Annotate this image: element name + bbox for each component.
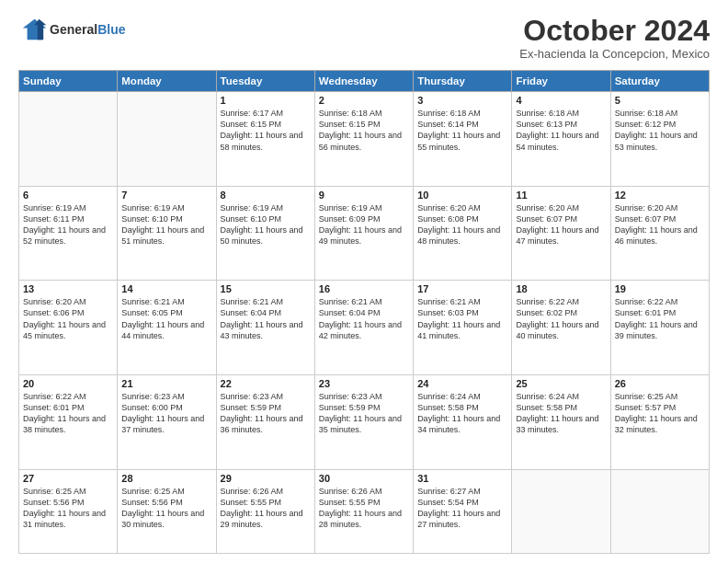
month-title: October 2024 bbox=[519, 15, 710, 47]
calendar-cell: 31Sunrise: 6:27 AM Sunset: 5:54 PM Dayli… bbox=[414, 469, 512, 554]
day-number: 19 bbox=[615, 283, 705, 294]
weekday-header-sunday: Sunday bbox=[19, 71, 118, 92]
calendar-cell bbox=[512, 469, 610, 554]
day-number: 1 bbox=[221, 95, 311, 106]
logo: GeneralBlue bbox=[18, 15, 125, 44]
calendar-cell: 23Sunrise: 6:23 AM Sunset: 5:59 PM Dayli… bbox=[314, 374, 413, 469]
calendar: SundayMondayTuesdayWednesdayThursdayFrid… bbox=[18, 70, 710, 554]
cell-info: Sunrise: 6:19 AM Sunset: 6:10 PM Dayligh… bbox=[121, 202, 211, 247]
cell-info: Sunrise: 6:23 AM Sunset: 6:00 PM Dayligh… bbox=[121, 391, 211, 436]
calendar-cell: 9Sunrise: 6:19 AM Sunset: 6:09 PM Daylig… bbox=[314, 186, 413, 281]
cell-info: Sunrise: 6:18 AM Sunset: 6:15 PM Dayligh… bbox=[319, 108, 409, 153]
cell-info: Sunrise: 6:19 AM Sunset: 6:10 PM Dayligh… bbox=[221, 202, 311, 247]
day-number: 26 bbox=[615, 378, 705, 389]
day-number: 9 bbox=[319, 190, 409, 201]
cell-info: Sunrise: 6:17 AM Sunset: 6:15 PM Dayligh… bbox=[221, 108, 311, 153]
calendar-cell: 24Sunrise: 6:24 AM Sunset: 5:58 PM Dayli… bbox=[414, 374, 512, 469]
cell-info: Sunrise: 6:26 AM Sunset: 5:55 PM Dayligh… bbox=[319, 486, 409, 531]
calendar-cell: 6Sunrise: 6:19 AM Sunset: 6:11 PM Daylig… bbox=[19, 186, 118, 281]
day-number: 23 bbox=[319, 378, 409, 389]
cell-info: Sunrise: 6:24 AM Sunset: 5:58 PM Dayligh… bbox=[516, 391, 606, 436]
calendar-cell: 29Sunrise: 6:26 AM Sunset: 5:55 PM Dayli… bbox=[216, 469, 314, 554]
cell-info: Sunrise: 6:20 AM Sunset: 6:07 PM Dayligh… bbox=[516, 202, 606, 247]
calendar-cell: 27Sunrise: 6:25 AM Sunset: 5:56 PM Dayli… bbox=[19, 469, 118, 554]
day-number: 28 bbox=[121, 473, 211, 484]
cell-info: Sunrise: 6:21 AM Sunset: 6:04 PM Dayligh… bbox=[221, 296, 311, 341]
day-number: 29 bbox=[221, 473, 311, 484]
day-number: 10 bbox=[417, 190, 507, 201]
cell-info: Sunrise: 6:22 AM Sunset: 6:02 PM Dayligh… bbox=[516, 296, 606, 341]
calendar-cell: 5Sunrise: 6:18 AM Sunset: 6:12 PM Daylig… bbox=[610, 92, 709, 187]
cell-info: Sunrise: 6:22 AM Sunset: 6:01 PM Dayligh… bbox=[615, 296, 705, 341]
day-number: 8 bbox=[221, 190, 311, 201]
weekday-header-saturday: Saturday bbox=[610, 71, 709, 92]
logo-text: GeneralBlue bbox=[50, 22, 125, 37]
cell-info: Sunrise: 6:19 AM Sunset: 6:11 PM Dayligh… bbox=[23, 202, 113, 247]
calendar-cell: 10Sunrise: 6:20 AM Sunset: 6:08 PM Dayli… bbox=[414, 186, 512, 281]
calendar-cell: 4Sunrise: 6:18 AM Sunset: 6:13 PM Daylig… bbox=[512, 92, 610, 187]
cell-info: Sunrise: 6:21 AM Sunset: 6:05 PM Dayligh… bbox=[121, 296, 211, 341]
cell-info: Sunrise: 6:21 AM Sunset: 6:03 PM Dayligh… bbox=[417, 296, 507, 341]
day-number: 13 bbox=[23, 283, 113, 294]
calendar-cell bbox=[610, 469, 709, 554]
day-number: 21 bbox=[121, 378, 211, 389]
cell-info: Sunrise: 6:18 AM Sunset: 6:14 PM Dayligh… bbox=[417, 108, 507, 153]
day-number: 20 bbox=[23, 378, 113, 389]
cell-info: Sunrise: 6:18 AM Sunset: 6:12 PM Dayligh… bbox=[615, 108, 705, 153]
weekday-header-tuesday: Tuesday bbox=[216, 71, 314, 92]
cell-info: Sunrise: 6:22 AM Sunset: 6:01 PM Dayligh… bbox=[23, 391, 113, 436]
calendar-cell: 16Sunrise: 6:21 AM Sunset: 6:04 PM Dayli… bbox=[314, 281, 413, 375]
day-number: 6 bbox=[23, 190, 113, 201]
day-number: 22 bbox=[221, 378, 311, 389]
calendar-cell: 11Sunrise: 6:20 AM Sunset: 6:07 PM Dayli… bbox=[512, 186, 610, 281]
cell-info: Sunrise: 6:24 AM Sunset: 5:58 PM Dayligh… bbox=[417, 391, 507, 436]
cell-info: Sunrise: 6:18 AM Sunset: 6:13 PM Dayligh… bbox=[516, 108, 606, 153]
day-number: 3 bbox=[417, 95, 507, 106]
calendar-cell: 22Sunrise: 6:23 AM Sunset: 5:59 PM Dayli… bbox=[216, 374, 314, 469]
day-number: 15 bbox=[221, 283, 311, 294]
cell-info: Sunrise: 6:20 AM Sunset: 6:08 PM Dayligh… bbox=[417, 202, 507, 247]
weekday-header-monday: Monday bbox=[118, 71, 216, 92]
calendar-cell: 17Sunrise: 6:21 AM Sunset: 6:03 PM Dayli… bbox=[414, 281, 512, 375]
day-number: 18 bbox=[516, 283, 606, 294]
cell-info: Sunrise: 6:23 AM Sunset: 5:59 PM Dayligh… bbox=[221, 391, 311, 436]
day-number: 11 bbox=[516, 190, 606, 201]
logo-icon bbox=[18, 15, 48, 44]
cell-info: Sunrise: 6:20 AM Sunset: 6:06 PM Dayligh… bbox=[23, 296, 113, 341]
cell-info: Sunrise: 6:26 AM Sunset: 5:55 PM Dayligh… bbox=[221, 486, 311, 531]
calendar-cell: 3Sunrise: 6:18 AM Sunset: 6:14 PM Daylig… bbox=[414, 92, 512, 187]
calendar-cell: 15Sunrise: 6:21 AM Sunset: 6:04 PM Dayli… bbox=[216, 281, 314, 375]
cell-info: Sunrise: 6:23 AM Sunset: 5:59 PM Dayligh… bbox=[319, 391, 409, 436]
day-number: 16 bbox=[319, 283, 409, 294]
calendar-cell: 14Sunrise: 6:21 AM Sunset: 6:05 PM Dayli… bbox=[118, 281, 216, 375]
calendar-cell bbox=[19, 92, 118, 187]
week-row-3: 20Sunrise: 6:22 AM Sunset: 6:01 PM Dayli… bbox=[19, 374, 710, 469]
location-subtitle: Ex-hacienda la Concepcion, Mexico bbox=[519, 47, 710, 61]
day-number: 30 bbox=[319, 473, 409, 484]
calendar-cell: 1Sunrise: 6:17 AM Sunset: 6:15 PM Daylig… bbox=[216, 92, 314, 187]
week-row-1: 6Sunrise: 6:19 AM Sunset: 6:11 PM Daylig… bbox=[19, 186, 710, 281]
cell-info: Sunrise: 6:20 AM Sunset: 6:07 PM Dayligh… bbox=[615, 202, 705, 247]
cell-info: Sunrise: 6:19 AM Sunset: 6:09 PM Dayligh… bbox=[319, 202, 409, 247]
day-number: 24 bbox=[417, 378, 507, 389]
calendar-cell: 13Sunrise: 6:20 AM Sunset: 6:06 PM Dayli… bbox=[19, 281, 118, 375]
day-number: 17 bbox=[417, 283, 507, 294]
week-row-4: 27Sunrise: 6:25 AM Sunset: 5:56 PM Dayli… bbox=[19, 469, 710, 554]
calendar-cell: 25Sunrise: 6:24 AM Sunset: 5:58 PM Dayli… bbox=[512, 374, 610, 469]
day-number: 25 bbox=[516, 378, 606, 389]
page: GeneralBlue October 2024 Ex-hacienda la … bbox=[0, 0, 728, 563]
cell-info: Sunrise: 6:25 AM Sunset: 5:56 PM Dayligh… bbox=[23, 486, 113, 531]
week-row-0: 1Sunrise: 6:17 AM Sunset: 6:15 PM Daylig… bbox=[19, 92, 710, 187]
day-number: 12 bbox=[615, 190, 705, 201]
calendar-cell: 18Sunrise: 6:22 AM Sunset: 6:02 PM Dayli… bbox=[512, 281, 610, 375]
calendar-cell: 28Sunrise: 6:25 AM Sunset: 5:56 PM Dayli… bbox=[118, 469, 216, 554]
day-number: 14 bbox=[121, 283, 211, 294]
week-row-2: 13Sunrise: 6:20 AM Sunset: 6:06 PM Dayli… bbox=[19, 281, 710, 375]
cell-info: Sunrise: 6:25 AM Sunset: 5:56 PM Dayligh… bbox=[121, 486, 211, 531]
day-number: 31 bbox=[417, 473, 507, 484]
title-block: October 2024 Ex-hacienda la Concepcion, … bbox=[519, 15, 710, 61]
cell-info: Sunrise: 6:27 AM Sunset: 5:54 PM Dayligh… bbox=[417, 486, 507, 531]
weekday-header-wednesday: Wednesday bbox=[314, 71, 413, 92]
cell-info: Sunrise: 6:25 AM Sunset: 5:57 PM Dayligh… bbox=[615, 391, 705, 436]
calendar-cell: 19Sunrise: 6:22 AM Sunset: 6:01 PM Dayli… bbox=[610, 281, 709, 375]
